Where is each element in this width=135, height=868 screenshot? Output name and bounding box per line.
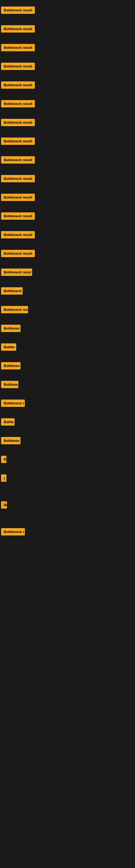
bottleneck-badge-12[interactable]: Bottleneck result bbox=[1, 212, 35, 220]
bottleneck-row-13: Bottleneck result bbox=[0, 230, 135, 241]
bottleneck-badge-6[interactable]: Bottleneck result bbox=[1, 100, 35, 107]
bottleneck-badge-1[interactable]: Bottleneck result bbox=[1, 6, 35, 14]
bottleneck-row-3: Bottleneck result bbox=[0, 43, 135, 54]
bottleneck-row-9: Bottleneck result bbox=[0, 155, 135, 166]
bottleneck-row-25: B bbox=[0, 455, 135, 465]
bottleneck-badge-14[interactable]: Bottleneck result bbox=[1, 250, 35, 257]
bottleneck-row-21: Bottlene bbox=[0, 380, 135, 390]
bottleneck-badge-9[interactable]: Bottleneck result bbox=[1, 156, 35, 163]
bottleneck-row-24: Bottlenec bbox=[0, 436, 135, 446]
bottleneck-row-26: | bbox=[0, 473, 135, 484]
bottleneck-badge-5[interactable]: Bottleneck result bbox=[1, 82, 35, 89]
bottleneck-badge-11[interactable]: Bottleneck result bbox=[1, 194, 35, 201]
bottleneck-badge-10[interactable]: Bottleneck result bbox=[1, 175, 35, 182]
bottleneck-badge-26[interactable]: | bbox=[1, 474, 6, 482]
bottleneck-row-4: Bottleneck result bbox=[0, 62, 135, 72]
bottleneck-badge-7[interactable]: Bottleneck result bbox=[1, 119, 35, 126]
bottleneck-row-8: Bottleneck result bbox=[0, 136, 135, 147]
bottleneck-row-6: Bottleneck result bbox=[0, 99, 135, 110]
bottleneck-row-5: Bottleneck result bbox=[0, 80, 135, 91]
bottleneck-row-11: Bottleneck result bbox=[0, 193, 135, 203]
bottleneck-badge-18[interactable]: Bottlenec bbox=[1, 325, 20, 332]
bottleneck-badge-20[interactable]: Bottlenec bbox=[1, 362, 20, 369]
bottleneck-badge-8[interactable]: Bottleneck result bbox=[1, 137, 35, 145]
bottleneck-row-12: Bottleneck result bbox=[0, 211, 135, 222]
bottleneck-badge-30[interactable]: Bo bbox=[1, 501, 7, 508]
bottleneck-badge-24[interactable]: Bottlenec bbox=[1, 437, 20, 444]
bottleneck-badge-21[interactable]: Bottlene bbox=[1, 381, 18, 388]
bottleneck-row-2: Bottleneck result bbox=[0, 24, 135, 35]
bottleneck-badge-23[interactable]: Bottle bbox=[1, 418, 14, 426]
bottleneck-badge-33[interactable]: Bottleneck r bbox=[1, 528, 25, 535]
bottleneck-row-15: Bottleneck resul bbox=[0, 268, 135, 278]
bottleneck-row-20: Bottlenec bbox=[0, 361, 135, 372]
bottleneck-row-18: Bottlenec bbox=[0, 323, 135, 334]
bottleneck-row-33: Bottleneck r bbox=[0, 527, 135, 538]
bottleneck-badge-2[interactable]: Bottleneck result bbox=[1, 25, 35, 33]
bottleneck-badge-4[interactable]: Bottleneck result bbox=[1, 63, 35, 70]
bottleneck-row-14: Bottleneck result bbox=[0, 249, 135, 259]
bottleneck-row-23: Bottle bbox=[0, 417, 135, 428]
bottleneck-row-30: Bo bbox=[0, 500, 135, 511]
bottleneck-row-16: Bottleneck bbox=[0, 286, 135, 297]
bottleneck-badge-19[interactable]: Bottler bbox=[1, 343, 16, 351]
bottleneck-badge-25[interactable]: B bbox=[1, 456, 6, 463]
bottleneck-badge-15[interactable]: Bottleneck resul bbox=[1, 269, 32, 276]
bottleneck-row-19: Bottler bbox=[0, 342, 135, 353]
bottleneck-row-10: Bottleneck result bbox=[0, 174, 135, 184]
bottleneck-badge-13[interactable]: Bottleneck result bbox=[1, 231, 35, 239]
bottleneck-row-22: Bottleneck r bbox=[0, 399, 135, 409]
bottleneck-badge-17[interactable]: Bottleneck res bbox=[1, 306, 28, 313]
bottleneck-row-7: Bottleneck result bbox=[0, 118, 135, 128]
site-title bbox=[0, 0, 135, 4]
bottleneck-badge-22[interactable]: Bottleneck r bbox=[1, 400, 25, 407]
bottleneck-badge-3[interactable]: Bottleneck result bbox=[1, 44, 35, 51]
bottleneck-row-17: Bottleneck res bbox=[0, 305, 135, 315]
bottleneck-badge-16[interactable]: Bottleneck bbox=[1, 287, 23, 294]
bottleneck-row-1: Bottleneck result bbox=[0, 5, 135, 16]
